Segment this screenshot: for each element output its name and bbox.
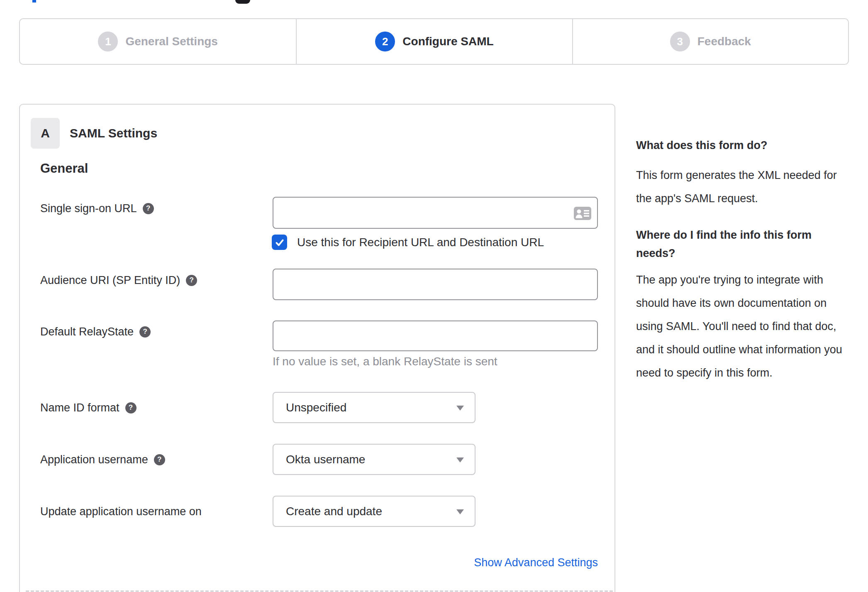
relaystate-hint: If no value is set, a blank RelayState i… — [273, 355, 497, 368]
sso-url-label: Single sign-on URL ? — [40, 200, 154, 217]
help-answer-1: This form generates the XML needed for t… — [636, 164, 849, 210]
help-icon[interactable]: ? — [125, 402, 137, 413]
recipient-url-checkbox-label: Use this for Recipient URL and Destinati… — [297, 236, 544, 249]
sso-url-input-wrap — [273, 197, 598, 229]
help-answer-2: The app you're trying to integrate with … — [636, 268, 849, 384]
audience-uri-input[interactable] — [273, 269, 598, 300]
help-icon[interactable]: ? — [154, 454, 165, 465]
step-1-number-badge: 1 — [98, 32, 118, 51]
application-username-select[interactable]: Okta username — [273, 444, 475, 475]
help-question-1: What does this form do? — [636, 136, 849, 154]
saml-settings-card: A SAML Settings General Single sign-on U… — [19, 104, 615, 592]
section-a-badge: A — [31, 118, 60, 149]
help-icon[interactable]: ? — [186, 275, 197, 286]
help-icon[interactable]: ? — [139, 326, 151, 338]
update-app-username-label: Update application username on — [40, 503, 202, 520]
step-feedback: 3 Feedback — [572, 19, 848, 64]
step-1-label: General Settings — [125, 35, 218, 48]
help-panel: What does this form do? This form genera… — [636, 136, 849, 384]
application-username-label: Application username ? — [40, 451, 165, 468]
update-app-username-select[interactable]: Create and update — [273, 496, 475, 527]
default-relaystate-input[interactable] — [273, 320, 598, 351]
wizard-stepper: 1 General Settings 2 Configure SAML 3 Fe… — [19, 18, 849, 65]
autofill-contact-icon[interactable] — [574, 207, 591, 220]
general-group-title: General — [40, 161, 88, 176]
clipped-header-artifact-dark — [235, 0, 250, 4]
step-3-label: Feedback — [697, 35, 751, 48]
section-title: SAML Settings — [70, 118, 157, 149]
show-advanced-settings-link[interactable]: Show Advanced Settings — [273, 556, 598, 569]
name-id-format-select[interactable]: Unspecified — [273, 392, 475, 423]
recipient-url-checkbox[interactable] — [272, 235, 287, 250]
default-relaystate-label: Default RelayState ? — [40, 323, 151, 340]
step-2-label: Configure SAML — [402, 35, 493, 48]
sso-url-input[interactable] — [273, 197, 598, 229]
checkmark-icon — [274, 237, 285, 248]
clipped-header-artifact-blue — [32, 0, 36, 2]
chevron-down-icon — [456, 406, 464, 411]
audience-uri-label: Audience URI (SP Entity ID) ? — [40, 272, 197, 289]
step-2-number-badge: 2 — [375, 32, 395, 51]
chevron-down-icon — [456, 509, 464, 514]
step-3-number-badge: 3 — [670, 32, 690, 51]
name-id-format-label: Name ID format ? — [40, 399, 137, 416]
help-question-2: Where do I find the info this form needs… — [636, 226, 849, 262]
help-icon[interactable]: ? — [143, 203, 154, 214]
step-general-settings: 1 General Settings — [20, 19, 296, 64]
step-configure-saml: 2 Configure SAML — [296, 19, 572, 64]
chevron-down-icon — [456, 457, 464, 462]
next-section-dashed-divider — [26, 590, 613, 592]
recipient-url-checkbox-row: Use this for Recipient URL and Destinati… — [272, 235, 544, 250]
